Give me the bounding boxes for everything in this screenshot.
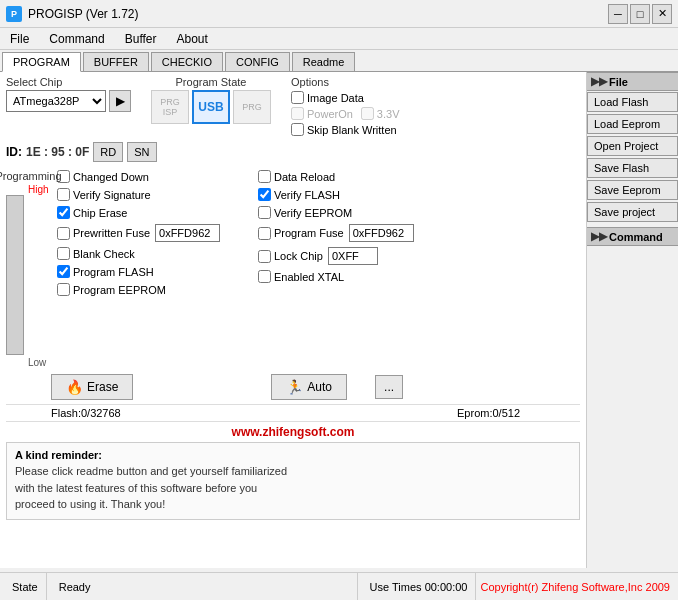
- reminder-text: Please click readme button and get yours…: [15, 463, 571, 513]
- right-panel: ▶▶ File Load Flash Load Eeprom Open Proj…: [586, 72, 678, 568]
- enabled-xtal-checkbox[interactable]: [258, 270, 271, 283]
- copyright-text: Copyright(r) Zhifeng Software,Inc 2009: [480, 581, 674, 593]
- verify-flash-label[interactable]: Verify FLASH: [274, 189, 340, 201]
- prewritten-fuse-label[interactable]: Prewritten Fuse: [73, 227, 150, 239]
- verify-sig-label[interactable]: Verify Signature: [73, 189, 151, 201]
- image-data-label[interactable]: Image Data: [307, 92, 364, 104]
- app-icon-letter: P: [11, 9, 17, 19]
- tab-config[interactable]: CONFIG: [225, 52, 290, 71]
- menu-bar: File Command Buffer About: [0, 28, 678, 50]
- command-section-header: ▶▶ Command: [587, 227, 678, 246]
- verify-sig-checkbox[interactable]: [57, 188, 70, 201]
- program-fuse-input[interactable]: [349, 224, 414, 242]
- tab-readme[interactable]: Readme: [292, 52, 356, 71]
- load-eeprom-button[interactable]: Load Eeprom: [587, 114, 678, 134]
- more-button[interactable]: ...: [375, 375, 403, 399]
- reminder-title: A kind reminder:: [15, 449, 571, 461]
- prewritten-fuse-input[interactable]: [155, 224, 220, 242]
- chip-erase-checkbox[interactable]: [57, 206, 70, 219]
- auto-icon: 🏃: [286, 379, 303, 395]
- isp-label: ISP: [163, 107, 178, 117]
- changed-down-label[interactable]: Changed Down: [73, 171, 149, 183]
- save-eeprom-button[interactable]: Save Eeprom: [587, 180, 678, 200]
- auto-label: Auto: [307, 380, 332, 394]
- tab-checkio[interactable]: CHECKIO: [151, 52, 223, 71]
- program-state-label: Program State: [176, 76, 247, 88]
- tab-bar: PROGRAM BUFFER CHECKIO CONFIG Readme: [0, 50, 678, 72]
- menu-buffer[interactable]: Buffer: [119, 30, 163, 48]
- save-flash-button[interactable]: Save Flash: [587, 158, 678, 178]
- close-button[interactable]: ✕: [652, 4, 672, 24]
- status-bar: State Ready Use Times 00:00:00 Copyright…: [0, 572, 678, 600]
- flash-info: Flash:0/32768: [51, 407, 121, 419]
- program-flash-label[interactable]: Program FLASH: [73, 266, 154, 278]
- menu-command[interactable]: Command: [43, 30, 110, 48]
- minimize-button[interactable]: ─: [608, 4, 628, 24]
- command-arrow-icon: ▶▶: [591, 230, 607, 243]
- prg-label-bottom: PRG: [242, 102, 262, 112]
- window-controls: ─ □ ✕: [608, 4, 672, 24]
- right-arrow-icon: ▶▶: [591, 75, 607, 88]
- verify-eeprom-checkbox[interactable]: [258, 206, 271, 219]
- blank-check-label[interactable]: Blank Check: [73, 248, 135, 260]
- eprom-info: Eprom:0/512: [457, 407, 520, 419]
- menu-file[interactable]: File: [4, 30, 35, 48]
- app-title: PROGISP (Ver 1.72): [28, 7, 139, 21]
- voltage-label: 3.3V: [377, 108, 400, 120]
- save-project-button[interactable]: Save project: [587, 202, 678, 222]
- website-label: www.zhifengsoft.com: [232, 425, 355, 439]
- file-section-label: File: [609, 76, 628, 88]
- lock-chip-input[interactable]: [328, 247, 378, 265]
- chip-arrow-button[interactable]: ▶: [109, 90, 131, 112]
- power-on-checkbox[interactable]: [291, 107, 304, 120]
- program-eeprom-checkbox[interactable]: [57, 283, 70, 296]
- id-value: 1E : 95 : 0F: [26, 145, 89, 159]
- command-section-label: Command: [609, 231, 663, 243]
- high-label: High: [28, 184, 49, 195]
- chip-select-dropdown[interactable]: ATmega328P: [6, 90, 106, 112]
- erase-icon: 🔥: [66, 379, 83, 395]
- program-flash-checkbox[interactable]: [57, 265, 70, 278]
- programming-label: Programming: [0, 170, 62, 182]
- low-label: Low: [28, 357, 46, 368]
- state-label: State: [4, 573, 47, 600]
- program-fuse-label[interactable]: Program Fuse: [274, 227, 344, 239]
- verify-flash-checkbox[interactable]: [258, 188, 271, 201]
- auto-button[interactable]: 🏃 Auto: [271, 374, 347, 400]
- title-bar: P PROGISP (Ver 1.72) ─ □ ✕: [0, 0, 678, 28]
- use-times-label: Use Times 00:00:00: [362, 573, 477, 600]
- skip-blank-checkbox[interactable]: [291, 123, 304, 136]
- lock-chip-label[interactable]: Lock Chip: [274, 250, 323, 262]
- select-chip-label: Select Chip: [6, 76, 131, 88]
- data-reload-checkbox[interactable]: [258, 170, 271, 183]
- erase-label: Erase: [87, 380, 118, 394]
- prewritten-fuse-checkbox[interactable]: [57, 227, 70, 240]
- time-value: 00:00:00: [425, 581, 468, 593]
- rd-button[interactable]: RD: [93, 142, 123, 162]
- maximize-button[interactable]: □: [630, 4, 650, 24]
- program-fuse-checkbox[interactable]: [258, 227, 271, 240]
- image-data-checkbox[interactable]: [291, 91, 304, 104]
- options-label: Options: [291, 76, 400, 88]
- sn-button[interactable]: SN: [127, 142, 156, 162]
- tab-program[interactable]: PROGRAM: [2, 52, 81, 72]
- enabled-xtal-label[interactable]: Enabled XTAL: [274, 271, 344, 283]
- main-layout: Select Chip ATmega328P ▶ Program State P…: [0, 72, 678, 568]
- open-project-button[interactable]: Open Project: [587, 136, 678, 156]
- tab-buffer[interactable]: BUFFER: [83, 52, 149, 71]
- verify-eeprom-label[interactable]: Verify EEPROM: [274, 207, 352, 219]
- menu-about[interactable]: About: [171, 30, 214, 48]
- load-flash-button[interactable]: Load Flash: [587, 92, 678, 112]
- app-icon: P: [6, 6, 22, 22]
- power-on-label: PowerOn: [307, 108, 353, 120]
- program-eeprom-label[interactable]: Program EEPROM: [73, 284, 166, 296]
- erase-button[interactable]: 🔥 Erase: [51, 374, 133, 400]
- chip-erase-label[interactable]: Chip Erase: [73, 207, 127, 219]
- prg-label-top: PRG: [160, 97, 180, 107]
- voltage-checkbox[interactable]: [361, 107, 374, 120]
- content-area: Select Chip ATmega328P ▶ Program State P…: [0, 72, 586, 568]
- blank-check-checkbox[interactable]: [57, 247, 70, 260]
- skip-blank-label[interactable]: Skip Blank Written: [307, 124, 397, 136]
- data-reload-label[interactable]: Data Reload: [274, 171, 335, 183]
- lock-chip-checkbox[interactable]: [258, 250, 271, 263]
